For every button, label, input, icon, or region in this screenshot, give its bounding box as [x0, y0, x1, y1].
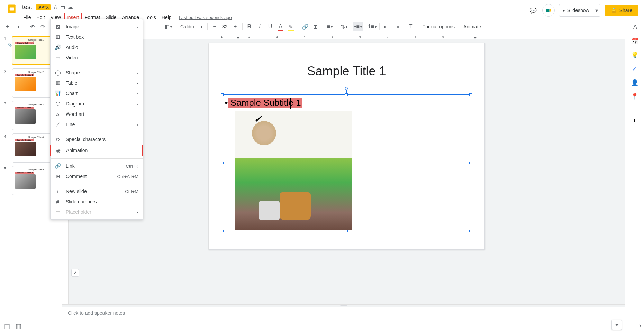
contacts-addon-icon[interactable]: 👤	[631, 79, 638, 86]
insert-menu-shape[interactable]: ◯ Shape ▸	[51, 67, 143, 78]
resize-handle-ml[interactable]	[221, 162, 224, 164]
format-options-button[interactable]: Format options	[420, 24, 457, 29]
insert-comment-button[interactable]: ⊞	[311, 22, 320, 31]
thumb-subtitle: • Sample Subtitle 5	[15, 172, 34, 174]
comments-icon[interactable]: 💬	[528, 6, 538, 15]
undo-button[interactable]: ↶	[27, 22, 37, 31]
insert-menu-audio[interactable]: 🔊 Audio	[51, 42, 143, 53]
calendar-addon-icon[interactable]: 📅	[631, 37, 638, 45]
tasks-addon-icon[interactable]: ✓	[631, 65, 638, 73]
animation-icon: ◉	[55, 147, 61, 154]
numbered-list-button[interactable]: 1≡▾	[368, 22, 377, 31]
slide-viewport[interactable]: Sample Title 1 Sample Subtitle 1	[69, 39, 625, 304]
insert-menu-chart[interactable]: 📊 Chart ▸	[51, 88, 143, 99]
collapse-toolbar-button[interactable]: ᐱ	[629, 24, 641, 30]
notes-resize-handle[interactable]	[62, 304, 625, 307]
slides-logo[interactable]	[6, 3, 18, 15]
menu-edit[interactable]: Edit	[34, 13, 47, 21]
hide-side-panel-button[interactable]: ›	[639, 322, 641, 329]
shortcut-label: Ctrl+M	[125, 189, 138, 194]
maps-addon-icon[interactable]: 📍	[631, 93, 638, 100]
attachment-icon	[8, 133, 12, 163]
redo-button[interactable]: ↷	[38, 22, 47, 31]
thumb-title: Sample Title 3	[28, 103, 44, 106]
resize-handle-mr[interactable]	[469, 162, 472, 164]
menu-tools[interactable]: Tools	[142, 13, 158, 21]
align-button[interactable]: ≡▾	[325, 22, 335, 31]
attachment-icon	[8, 68, 12, 98]
insert-menu-comment[interactable]: ⊞ Comment Ctrl+Alt+M	[51, 171, 143, 182]
insert-menu-special-characters[interactable]: Ω Special characters	[51, 134, 143, 145]
resize-handle-tr[interactable]	[469, 93, 472, 96]
ruler-indent-left[interactable]	[236, 37, 240, 39]
text-color-button[interactable]: A	[276, 22, 285, 31]
ruler-indent-right[interactable]	[473, 37, 477, 39]
increase-indent-button[interactable]: ⇥	[392, 22, 402, 31]
decrease-indent-button[interactable]: ⇤	[382, 22, 391, 31]
share-button[interactable]: 🔒 Share	[605, 5, 638, 16]
move-folder-icon[interactable]: 🗀	[60, 4, 65, 10]
insert-menu-text-box[interactable]: ⊞ Text box	[51, 32, 143, 42]
insert-menu-diagram[interactable]: ⬡ Diagram ▸	[51, 99, 143, 109]
font-size-input[interactable]: 32	[220, 24, 230, 29]
thumb-number: 2	[1, 68, 8, 98]
thumb-subtitle: • Sample Subtitle 2	[15, 74, 34, 76]
fit-to-screen-button[interactable]: ⤢	[71, 269, 79, 277]
insert-menu-video[interactable]: ▭ Video	[51, 53, 143, 63]
subtitle-text-box[interactable]: Sample Subtitle 1 ✓	[222, 94, 471, 231]
insert-menu-image[interactable]: 🖼 Image ▸	[51, 21, 143, 32]
slide-title-text[interactable]: Sample Title 1	[209, 64, 484, 79]
italic-button[interactable]: I	[255, 22, 265, 31]
resize-handle-tl[interactable]	[221, 93, 224, 96]
insert-menu-line[interactable]: ／ Line ▸	[51, 119, 143, 130]
insert-link-button[interactable]: 🔗	[300, 22, 310, 31]
ruler-mark: 9	[442, 35, 444, 38]
filmstrip-view-button[interactable]: ▤	[4, 322, 10, 330]
bulleted-list-button[interactable]: ⦁≡▾	[353, 22, 363, 31]
bottom-bar: ▤ ▦ ‹	[0, 320, 625, 332]
rotate-handle[interactable]	[345, 87, 348, 90]
fill-color-button[interactable]: ◧▾	[163, 22, 173, 31]
meet-icon[interactable]	[542, 4, 555, 17]
resize-handle-br[interactable]	[469, 230, 472, 232]
keep-addon-icon[interactable]: 💡	[631, 51, 638, 59]
last-edit-link[interactable]: Last edit was seconds ago	[179, 15, 232, 20]
highlight-color-button[interactable]: ✎	[286, 22, 296, 31]
font-family-select[interactable]: Calibri ▾	[178, 24, 205, 29]
slide[interactable]: Sample Title 1 Sample Subtitle 1	[209, 43, 485, 250]
font-size-decrease[interactable]: −	[210, 22, 219, 31]
shortcut-label: Ctrl+Alt+M	[117, 174, 138, 179]
menu-help[interactable]: Help	[159, 13, 174, 21]
slide-image[interactable]: ✓	[235, 111, 352, 230]
canvas-area: 123456789 Sample Title 1	[62, 33, 625, 320]
slideshow-dropdown[interactable]: ▾	[593, 7, 600, 14]
insert-menu-link[interactable]: 🔗 Link Ctrl+K	[51, 161, 143, 171]
clear-formatting-button[interactable]: T	[406, 22, 416, 31]
insert-menu-new-slide[interactable]: + New slide Ctrl+M	[51, 186, 143, 196]
cloud-status-icon[interactable]: ☁	[67, 4, 73, 10]
insert-menu-table[interactable]: ▦ Table ▸	[51, 78, 143, 88]
insert-menu-slide-numbers[interactable]: # Slide numbers	[51, 196, 143, 207]
slideshow-button[interactable]: ▸ Slideshow	[559, 8, 593, 13]
font-size-increase[interactable]: +	[230, 22, 240, 31]
menu-file[interactable]: File	[21, 13, 34, 21]
bold-button[interactable]: B	[245, 22, 254, 31]
horizontal-ruler[interactable]: 123456789	[69, 33, 625, 39]
subtitle-text[interactable]: Sample Subtitle 1	[228, 98, 302, 108]
resize-handle-tm[interactable]	[345, 93, 348, 96]
speaker-notes[interactable]: Click to add speaker notes	[62, 307, 625, 320]
star-icon[interactable]: ☆	[53, 4, 58, 10]
new-slide-button[interactable]: +	[3, 22, 12, 31]
animate-button[interactable]: Animate	[461, 24, 483, 29]
insert-menu-animation[interactable]: ◉ Animation	[50, 145, 143, 156]
grid-view-button[interactable]: ▦	[16, 322, 21, 330]
doc-title[interactable]: test	[21, 3, 34, 11]
explore-button[interactable]: ✦	[611, 320, 622, 330]
insert-menu-word-art[interactable]: A Word art	[51, 109, 143, 119]
new-slide-dropdown[interactable]: ▾	[13, 22, 23, 31]
resize-handle-bl[interactable]	[221, 230, 224, 232]
menu-item-label: Line	[66, 122, 132, 127]
line-spacing-button[interactable]: ⇅▾	[339, 22, 349, 31]
underline-button[interactable]: U	[265, 22, 275, 31]
get-addons-icon[interactable]: +	[631, 117, 638, 125]
